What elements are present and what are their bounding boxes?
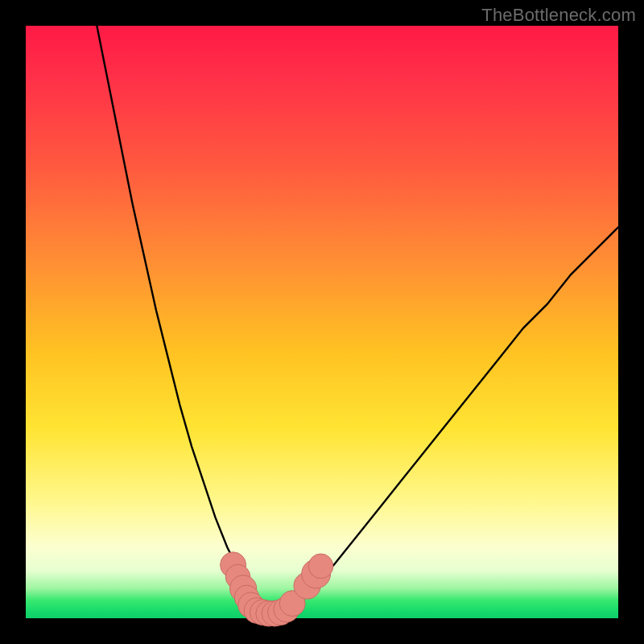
watermark-text: TheBottleneck.com: [481, 5, 636, 26]
plot-area: [26, 26, 618, 618]
bottleneck-curve: [97, 26, 618, 615]
valley-markers: [221, 552, 333, 626]
chart-frame: TheBottleneck.com: [0, 0, 644, 644]
valley-marker: [308, 554, 333, 579]
curve-layer: [26, 26, 618, 618]
